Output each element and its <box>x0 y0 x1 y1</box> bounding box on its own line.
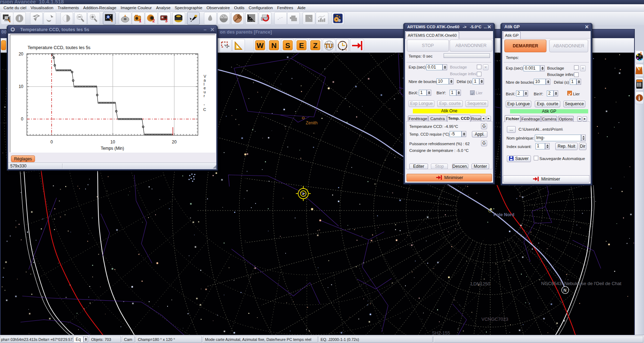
svg-text:CCD: CCD <box>248 19 254 23</box>
svg-text:Pole Nord: Pole Nord <box>493 212 514 217</box>
svg-text:2: 2 <box>152 18 155 23</box>
svg-text:1: 1 <box>139 18 141 23</box>
svg-text:N: N <box>563 288 567 293</box>
svg-text:SH2-155: SH2-155 <box>432 330 450 335</box>
svg-text:NGC6543=Nebuleuse de l'Oeil de: NGC6543=Nebuleuse de l'Oeil de Chat <box>541 281 621 286</box>
svg-text:TU: TU <box>325 43 333 49</box>
svg-text:1: 1 <box>640 51 642 56</box>
svg-text:3: 3 <box>165 18 168 23</box>
svg-text:VCNGC7023: VCNGC7023 <box>481 317 508 322</box>
svg-text:LDN1250: LDN1250 <box>471 281 490 286</box>
svg-text:Zenith: Zenith <box>306 120 317 125</box>
svg-text:i: i <box>638 95 640 102</box>
